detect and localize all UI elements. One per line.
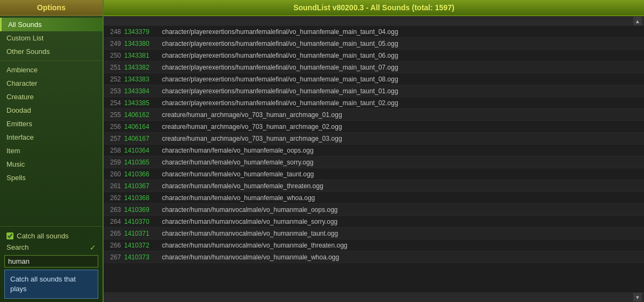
row-number: 248 [107,28,124,36]
table-row[interactable]: 255 1406162 creature/human_archmage/vo_7… [104,109,644,121]
row-path: character/human/female/vo_humanfemale_ta… [162,170,641,178]
table-row[interactable]: 252 1343383 character/playerexertions/hu… [104,73,644,85]
sidebar-item-character[interactable]: Character [0,77,103,90]
row-number: 255 [107,111,124,119]
table-row[interactable]: 263 1410369 character/human/humanvocalma… [104,204,644,216]
row-path: character/human/humanvocalmale/vo_humanm… [162,206,641,214]
row-path: character/playerexertions/humanfemalefin… [162,87,641,95]
options-header: Options [0,0,103,16]
row-number: 249 [107,40,124,47]
sidebar-item-ambience[interactable]: Ambience [0,63,103,77]
row-id: 1343383 [124,76,162,83]
catch-all-row: Catch all sounds [4,230,98,242]
sidebar-item-item[interactable]: Item [0,144,103,157]
scroll-down-icon: ▼ [635,294,640,300]
row-id: 1343385 [124,99,162,107]
row-id: 1410367 [124,182,162,190]
row-path: character/playerexertions/humanfemalefin… [162,64,641,71]
sidebar-item-custom-list[interactable]: Custom List [0,31,103,45]
row-path: character/human/humanvocalmale/vo_humanm… [162,242,641,249]
row-id: 1406164 [124,123,162,131]
table-row[interactable]: 262 1410368 character/human/female/vo_hu… [104,192,644,204]
table-row[interactable]: 259 1410365 character/human/female/vo_hu… [104,156,644,168]
sound-list[interactable]: 248 1343379 character/playerexertions/hu… [104,26,644,292]
table-row[interactable]: 256 1406164 creature/human_archmage/vo_7… [104,121,644,133]
row-path: character/human/female/vo_humanfemale_oo… [162,147,641,154]
scroll-down-button[interactable]: ▼ [633,293,642,301]
table-row[interactable]: 261 1410367 character/human/female/vo_hu… [104,180,644,192]
row-id: 1410372 [124,242,162,249]
row-number: 256 [107,123,124,131]
row-path: character/human/female/vo_humanfemale_so… [162,159,641,166]
row-number: 252 [107,76,124,83]
row-id: 1410370 [124,218,162,225]
row-id: 1410366 [124,170,162,178]
row-number: 253 [107,87,124,95]
sidebar-item-emitters[interactable]: Emitters [0,117,103,131]
nav-categories-section: Ambience Character Creature Doodad Emitt… [0,61,103,226]
row-path: creature/human_archmage/vo_703_human_arc… [162,123,641,131]
sidebar-item-creature[interactable]: Creature [0,90,103,104]
search-check-icon: ✓ [90,243,96,252]
search-row: Search ✓ [4,242,98,253]
sidebar-item-interface[interactable]: Interface [0,131,103,144]
catch-all-checkbox[interactable] [6,232,13,239]
row-path: character/human/female/vo_humanfemale_wh… [162,194,641,202]
table-row[interactable]: 264 1410370 character/human/humanvocalma… [104,216,644,228]
row-number: 257 [107,135,124,142]
tooltip-box: Catch all sounds that plays [4,270,98,299]
scroll-up-button[interactable]: ▲ [633,17,642,25]
row-id: 1343381 [124,52,162,59]
row-number: 251 [107,64,124,71]
row-number: 260 [107,170,124,178]
row-path: character/human/humanvocalmale/vo_humanm… [162,218,641,225]
row-path: character/playerexertions/humanfemalefin… [162,99,641,107]
row-path: character/playerexertions/humanfemalefin… [162,76,641,83]
table-row[interactable]: 250 1343381 character/playerexertions/hu… [104,50,644,61]
row-id: 1410373 [124,253,162,261]
row-id: 1343380 [124,40,162,47]
row-path: character/playerexertions/humanfemalefin… [162,52,641,59]
row-number: 264 [107,218,124,225]
row-id: 1406162 [124,111,162,119]
row-number: 261 [107,182,124,190]
sidebar-item-other-sounds[interactable]: Other Sounds [0,45,103,58]
sidebar-item-music[interactable]: Music [0,157,103,171]
table-row[interactable]: 249 1343380 character/playerexertions/hu… [104,38,644,50]
row-number: 267 [107,253,124,261]
options-label: Options [37,3,66,12]
table-row[interactable]: 266 1410372 character/human/humanvocalma… [104,239,644,251]
row-id: 1410369 [124,206,162,214]
sidebar-item-doodad[interactable]: Doodad [0,104,103,117]
row-number: 259 [107,159,124,166]
table-row[interactable]: 251 1343382 character/playerexertions/hu… [104,61,644,73]
row-path: creature/human_archmage/vo_703_human_arc… [162,135,641,142]
bottom-section: Catch all sounds Search ✓ Catch all soun… [0,226,103,302]
table-row[interactable]: 267 1410373 character/human/humanvocalma… [104,251,644,263]
row-id: 1410368 [124,194,162,202]
search-input[interactable] [4,255,98,267]
table-row[interactable]: 253 1343384 character/playerexertions/hu… [104,85,644,97]
table-row[interactable]: 248 1343379 character/playerexertions/hu… [104,26,644,38]
row-number: 254 [107,99,124,107]
main-panel: SoundList v80200.3 - All Sounds (total: … [104,0,644,302]
scroll-up-icon: ▲ [635,18,640,24]
row-id: 1343379 [124,28,162,36]
row-path: character/playerexertions/humanfemalefin… [162,28,641,36]
table-row[interactable]: 265 1410371 character/human/humanvocalma… [104,228,644,239]
row-id: 1410371 [124,230,162,237]
row-id: 1410365 [124,159,162,166]
table-row[interactable]: 260 1410366 character/human/female/vo_hu… [104,168,644,180]
row-path: character/playerexertions/humanfemalefin… [162,40,641,47]
row-path: character/human/humanvocalmale/vo_humanm… [162,253,641,261]
table-row[interactable]: 257 1406167 creature/human_archmage/vo_7… [104,133,644,145]
sidebar-item-spells[interactable]: Spells [0,171,103,184]
sidebar-item-all-sounds[interactable]: All Sounds [0,18,103,31]
row-number: 265 [107,230,124,237]
sidebar: Options All Sounds Custom List Other Sou… [0,0,104,302]
row-number: 266 [107,242,124,249]
table-row[interactable]: 254 1343385 character/playerexertions/hu… [104,97,644,109]
row-id: 1410364 [124,147,162,154]
main-header: SoundList v80200.3 - All Sounds (total: … [104,0,644,16]
table-row[interactable]: 258 1410364 character/human/female/vo_hu… [104,145,644,156]
